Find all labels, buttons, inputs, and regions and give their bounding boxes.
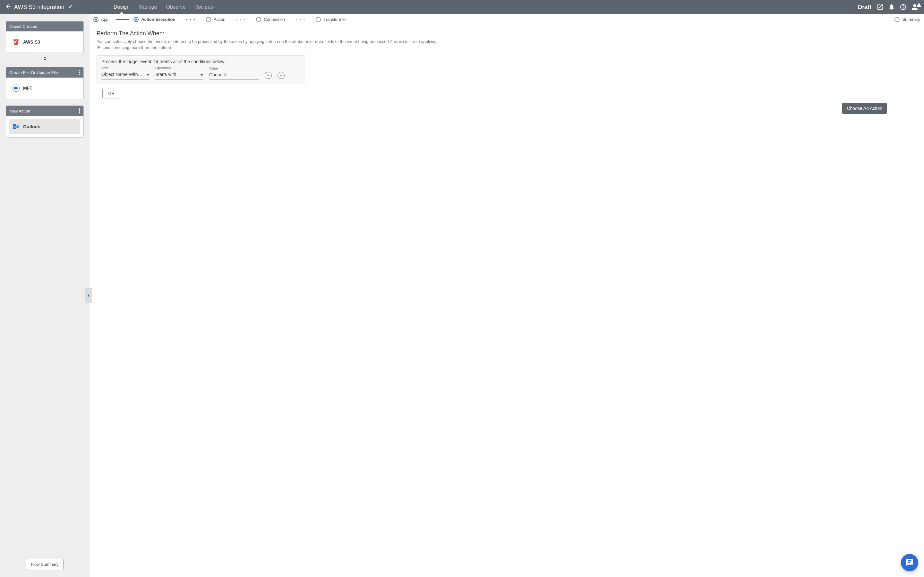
page-title: AWS S3 integration — [14, 4, 64, 11]
card-title: New Action — [9, 109, 30, 113]
field-operation: Operation Starts with — [155, 66, 204, 79]
app-label: Outlook — [23, 124, 40, 129]
field-label: Value — [209, 66, 259, 70]
operation-select[interactable]: Starts with — [155, 71, 204, 79]
sidebar-card-action-2[interactable]: New Action O Outlook — [6, 105, 84, 137]
status-badge: Draft — [858, 4, 871, 11]
radio-off-icon — [206, 17, 211, 22]
card-head: Create File Or Update File — [6, 67, 83, 77]
section-description: You can selectively choose the events of… — [97, 39, 437, 51]
top-bar: AWS S3 integration Design Manage Observe… — [0, 0, 924, 14]
step-summary[interactable]: Summary — [895, 17, 920, 22]
operation-select-value: Starts with — [155, 72, 176, 77]
card-head: Object Created — [6, 21, 83, 31]
mft-icon — [12, 84, 20, 92]
app-label: MFT — [23, 85, 32, 91]
svg-point-5 — [79, 108, 80, 110]
field-label: Operation — [155, 66, 204, 70]
stepper: App Action Execution Action Connection T… — [89, 14, 924, 25]
svg-text:O: O — [13, 125, 16, 129]
tab-recipes[interactable]: Recipes — [190, 0, 218, 14]
step-action[interactable]: Action — [206, 17, 225, 22]
value-input[interactable] — [209, 71, 259, 79]
user-menu[interactable] — [911, 3, 918, 11]
svg-point-2 — [79, 74, 80, 75]
item-select[interactable]: Object Name Without … — [102, 71, 150, 79]
step-transformer[interactable]: Transformer — [316, 17, 346, 22]
card-head: New Action — [6, 106, 83, 116]
step-action-execution[interactable]: Action Execution — [134, 17, 175, 22]
add-condition-button[interactable] — [278, 72, 284, 79]
open-external-icon[interactable] — [877, 3, 884, 11]
chevron-down-icon — [198, 72, 204, 77]
app-row-mft[interactable]: MFT — [9, 81, 80, 95]
card-menu-icon[interactable] — [79, 108, 80, 113]
item-select-value: Object Name Without … — [102, 72, 144, 77]
app-row-aws-s3[interactable]: AWS S3 — [9, 35, 80, 49]
layout: Object Created AWS S3 Create File Or Upd… — [0, 14, 924, 577]
topbar-left: AWS S3 integration — [0, 3, 90, 11]
radio-off-icon — [316, 17, 321, 22]
choose-action-button[interactable]: Choose An Action — [842, 103, 887, 114]
content: Perform The Action When: You can selecti… — [89, 25, 924, 119]
step-separator — [186, 19, 195, 20]
field-value: Value — [209, 66, 259, 79]
topbar-actions — [877, 3, 924, 11]
user-warning-icon — [916, 2, 921, 9]
flow-summary-button[interactable]: Flow Summary — [26, 559, 63, 570]
card-menu-icon[interactable] — [79, 70, 80, 75]
sidebar-card-trigger[interactable]: Object Created AWS S3 — [6, 21, 84, 53]
step-separator — [296, 19, 305, 20]
svg-point-1 — [79, 72, 80, 73]
top-nav: Design Manage Observe Recipes — [109, 0, 218, 14]
card-title: Object Created — [9, 24, 37, 29]
chevron-down-icon — [144, 72, 150, 77]
app-label: AWS S3 — [23, 39, 40, 45]
condition-row: Item Object Name Without … Operation Sta… — [102, 66, 300, 79]
card-title: Create File Or Update File — [9, 70, 58, 75]
back-arrow-icon[interactable] — [5, 3, 11, 11]
flow-connector-icon — [6, 55, 84, 63]
edit-title-icon[interactable] — [67, 4, 73, 10]
step-separator — [116, 19, 129, 20]
svg-point-0 — [79, 70, 80, 71]
radio-off-icon — [895, 17, 900, 22]
tab-observe[interactable]: Observe — [162, 0, 190, 14]
section-heading: Perform The Action When: — [97, 30, 917, 37]
sidebar-collapse-toggle[interactable] — [85, 288, 92, 303]
step-connection[interactable]: Connection — [256, 17, 285, 22]
app-row-outlook[interactable]: O Outlook — [9, 119, 80, 134]
main: App Action Execution Action Connection T… — [89, 14, 924, 577]
condition-title: Process the trigger event if it meets al… — [102, 59, 300, 64]
chat-fab[interactable] — [901, 554, 918, 571]
outlook-icon: O — [12, 123, 20, 131]
remove-condition-button[interactable] — [265, 72, 272, 79]
radio-on-icon — [94, 17, 99, 22]
field-item: Item Object Name Without … — [102, 66, 150, 79]
help-icon[interactable] — [900, 3, 907, 11]
condition-box: Process the trigger event if it meets al… — [97, 55, 305, 84]
aws-s3-icon — [12, 38, 20, 46]
radio-off-icon — [256, 17, 261, 22]
sidebar-card-action-1[interactable]: Create File Or Update File MFT — [6, 67, 84, 99]
svg-point-7 — [79, 112, 80, 113]
or-button[interactable]: OR — [102, 89, 120, 98]
tab-manage[interactable]: Manage — [134, 0, 162, 14]
step-separator — [236, 19, 245, 20]
bell-icon[interactable] — [888, 3, 895, 11]
radio-on-icon — [134, 17, 139, 22]
svg-point-6 — [79, 110, 80, 111]
svg-rect-4 — [14, 87, 17, 89]
field-label: Item — [102, 66, 150, 70]
sidebar: Object Created AWS S3 Create File Or Upd… — [0, 14, 89, 577]
step-app[interactable]: App — [94, 17, 108, 22]
tab-design[interactable]: Design — [109, 0, 134, 14]
